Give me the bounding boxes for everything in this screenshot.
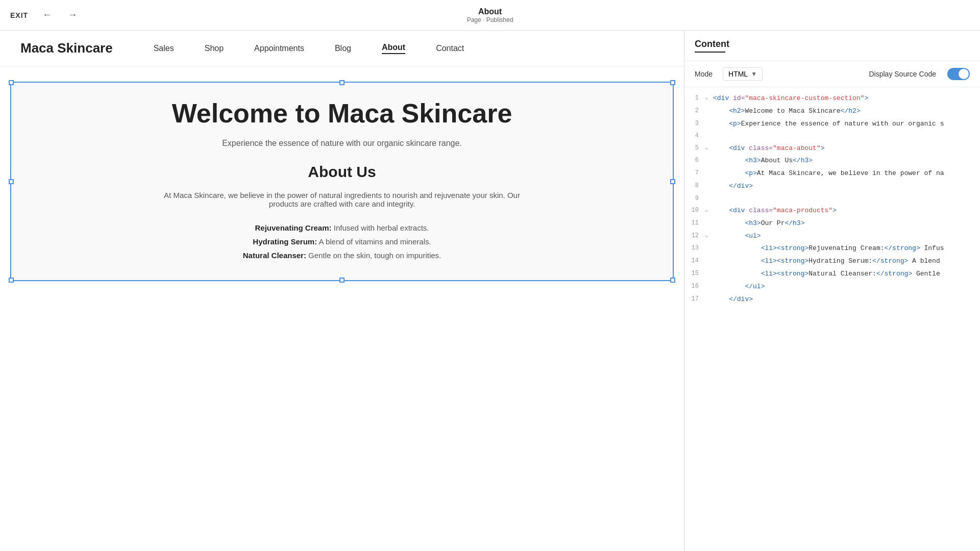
nav-shop[interactable]: Shop [205, 44, 224, 53]
handle-top-left[interactable] [9, 80, 14, 85]
code-line-1: 1 ⌄ <div id="maca-skincare-custom-sectio… [684, 92, 980, 105]
product-item-3: Natural Cleanser: Gentle on the skin, to… [21, 251, 663, 260]
line-num-11: 11 [684, 218, 705, 228]
collapse-5[interactable]: ⌄ [705, 143, 713, 153]
nav-about[interactable]: About [382, 43, 405, 54]
line-content-14: <li><strong>Hydrating Serum:</strong> A … [713, 256, 940, 267]
line-num-10: 10 [684, 206, 705, 215]
mode-value: HTML [728, 70, 748, 78]
nav-contact[interactable]: Contact [436, 44, 464, 53]
code-line-9: 9 [684, 193, 980, 205]
code-line-7: 7 <p>At Maca Skincare, we believe in the… [684, 167, 980, 180]
code-line-3: 3 <p>Experience the essence of nature wi… [684, 118, 980, 131]
code-line-11: 11 <h3>Our Pr</h3> [684, 217, 980, 230]
code-line-4: 4 [684, 130, 980, 142]
handle-bot-right[interactable] [670, 278, 675, 283]
collapse-1[interactable]: ⌄ [705, 93, 713, 103]
collapse-10[interactable]: ⌄ [705, 206, 713, 215]
code-editor[interactable]: 1 ⌄ <div id="maca-skincare-custom-sectio… [684, 87, 980, 551]
page-name: About [467, 7, 513, 16]
line-content-2: <h2>Welcome to Maca Skincare</h2> [713, 106, 861, 117]
handle-top-right[interactable] [670, 80, 675, 85]
chevron-down-icon: ▼ [751, 70, 757, 78]
line-content-15: <li><strong>Natural Cleanser:</strong> G… [713, 269, 940, 280]
line-content-7: <p>At Maca Skincare, we believe in the p… [713, 168, 944, 179]
code-panel-toolbar: Mode HTML ▼ Display Source Code [684, 61, 980, 87]
code-line-13: 13 <li><strong>Rejuvenating Cream:</stro… [684, 242, 980, 255]
exit-button[interactable]: EXIT [10, 11, 28, 19]
site-logo: Maca Skincare [20, 40, 113, 56]
intro-text: Experience the essence of nature with ou… [21, 139, 663, 148]
product-name-3: Natural Cleanser: [243, 251, 306, 260]
content-underline [695, 52, 725, 53]
about-us-title: About Us [21, 163, 663, 181]
site-nav: Maca Skincare Sales Shop Appointments Bl… [0, 31, 684, 66]
nav-links: Sales Shop Appointments Blog About Conta… [154, 43, 464, 54]
line-content-5: <div class="maca-about"> [713, 143, 825, 154]
line-num-8: 8 [684, 181, 705, 191]
nav-blog[interactable]: Blog [335, 44, 351, 53]
line-num-3: 3 [684, 119, 705, 129]
code-line-17: 17 </div> [684, 293, 980, 306]
line-num-9: 9 [684, 194, 705, 204]
code-panel: Content Mode HTML ▼ Display Source Code … [684, 31, 980, 551]
mode-label: Mode [695, 70, 713, 78]
code-line-16: 16 </ul> [684, 281, 980, 293]
product-item-1: Rejuvenating Cream: Infused with herbal … [21, 223, 663, 232]
display-source-toggle[interactable] [947, 68, 970, 80]
redo-button[interactable]: → [64, 8, 81, 22]
line-content-6: <h3>About Us</h3> [713, 156, 813, 166]
line-num-15: 15 [684, 269, 705, 279]
line-num-2: 2 [684, 106, 705, 116]
code-line-15: 15 <li><strong>Natural Cleanser:</strong… [684, 268, 980, 281]
line-num-4: 4 [684, 131, 705, 141]
line-num-14: 14 [684, 256, 705, 266]
main-layout: Maca Skincare Sales Shop Appointments Bl… [0, 31, 980, 551]
line-content-17: </div> [713, 294, 753, 305]
line-num-5: 5 [684, 143, 705, 153]
line-content-16: </ul> [713, 282, 765, 292]
code-line-5: 5 ⌄ <div class="maca-about"> [684, 142, 980, 155]
history-nav: ← → [38, 8, 81, 22]
top-bar: EXIT ← → About Page · Published [0, 0, 980, 31]
line-content-11: <h3>Our Pr</h3> [713, 218, 804, 229]
nav-appointments[interactable]: Appointments [254, 44, 304, 53]
selected-block[interactable]: Welcome to Maca Skincare Experience the … [10, 82, 674, 281]
product-name-1: Rejuvenating Cream: [255, 223, 332, 232]
line-content-13: <li><strong>Rejuvenating Cream:</strong>… [713, 243, 944, 254]
handle-mid-right[interactable] [670, 179, 675, 184]
line-num-16: 16 [684, 282, 705, 291]
nav-sales[interactable]: Sales [154, 44, 174, 53]
products-list: Rejuvenating Cream: Infused with herbal … [21, 223, 663, 260]
code-line-10: 10 ⌄ <div class="maca-products"> [684, 205, 980, 217]
line-num-7: 7 [684, 168, 705, 178]
code-panel-title: Content [695, 39, 970, 49]
product-name-2: Hydrating Serum: [253, 237, 317, 246]
handle-mid-left[interactable] [9, 179, 14, 184]
about-desc: At Maca Skincare, we believe in the powe… [163, 191, 521, 208]
code-line-6: 6 <h3>About Us</h3> [684, 155, 980, 167]
display-source-label: Display Source Code [869, 70, 936, 78]
handle-top-center[interactable] [339, 80, 345, 85]
code-line-12: 12 ⌄ <ul> [684, 230, 980, 243]
line-num-17: 17 [684, 294, 705, 304]
mode-select[interactable]: HTML ▼ [723, 67, 763, 81]
line-content-10: <div class="maca-products"> [713, 206, 837, 216]
welcome-title: Welcome to Maca Skincare [21, 98, 663, 129]
code-panel-header: Content [684, 31, 980, 61]
line-content-3: <p>Experience the essence of nature with… [713, 119, 944, 130]
line-num-12: 12 [684, 231, 705, 241]
handle-bot-center[interactable] [339, 278, 345, 283]
line-content-8: </div> [713, 181, 753, 192]
code-line-14: 14 <li><strong>Hydrating Serum:</strong>… [684, 255, 980, 268]
line-num-6: 6 [684, 156, 705, 165]
handle-bot-left[interactable] [9, 278, 14, 283]
preview-panel: Maca Skincare Sales Shop Appointments Bl… [0, 31, 684, 551]
code-line-2: 2 <h2>Welcome to Maca Skincare</h2> [684, 105, 980, 118]
content-area: Welcome to Maca Skincare Experience the … [0, 66, 684, 296]
line-num-1: 1 [684, 93, 705, 103]
line-content-12: <ul> [713, 231, 761, 242]
collapse-12[interactable]: ⌄ [705, 231, 713, 240]
undo-button[interactable]: ← [38, 8, 56, 22]
product-item-2: Hydrating Serum: A blend of vitamins and… [21, 237, 663, 246]
